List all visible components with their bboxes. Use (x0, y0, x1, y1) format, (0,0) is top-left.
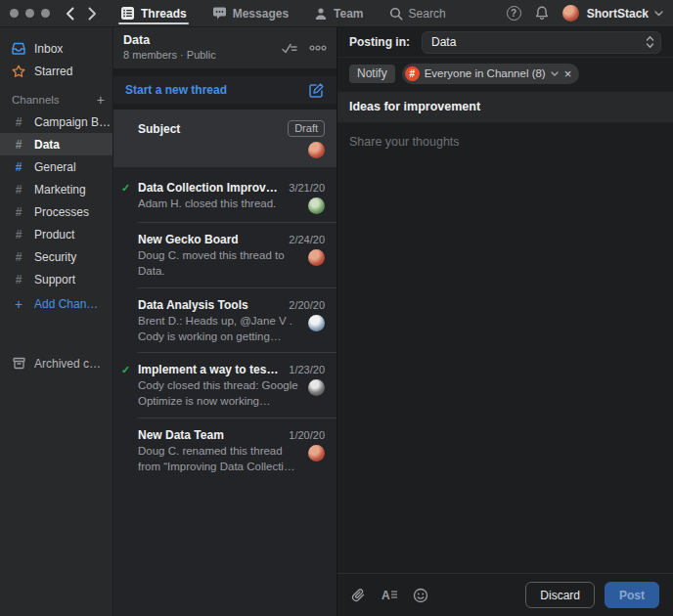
thread-list-panel: Data 8 members · Public Start a new thre… (112, 27, 337, 616)
channel-label: Product (34, 228, 74, 242)
thread-list-item[interactable]: New Gecko Board 2/24/20 Doug C. moved th… (113, 223, 336, 288)
archive-icon (12, 357, 25, 370)
subject-field-row (337, 91, 673, 123)
thread-preview: Adam H. closed this thread. (138, 197, 300, 214)
thread-preview: Doug C. renamed this thread from “Improv… (138, 444, 300, 475)
inbox-icon (12, 42, 25, 55)
window-controls (10, 0, 50, 26)
tab-messages[interactable]: Messages (202, 0, 298, 26)
divider (113, 68, 336, 76)
traffic-light-minimize[interactable] (25, 9, 34, 18)
channel-hash-icon: # (405, 66, 420, 81)
thread-date: 1/20/20 (289, 429, 325, 441)
format-letter: A (381, 589, 390, 602)
channel-label: Marketing (34, 183, 86, 197)
sidebar-channel-general[interactable]: # General (0, 155, 112, 178)
sidebar-add-channel[interactable]: + Add Chan… (0, 292, 112, 315)
emoji-icon[interactable] (413, 588, 428, 603)
forward-icon[interactable] (88, 7, 97, 21)
avatar (308, 142, 325, 158)
thread-preview: Doug C. moved this thread to Data. (138, 248, 300, 280)
sidebar: Inbox Starred Channels + # Campaign B… #… (0, 27, 112, 616)
sidebar-archived-channels[interactable]: Archived c… (0, 352, 112, 374)
notify-recipients-pill[interactable]: # Everyone in Channel (8) × (402, 64, 580, 84)
pill-chevron-down-icon[interactable] (551, 71, 559, 76)
sidebar-item-inbox[interactable]: Inbox (0, 37, 112, 60)
channel-label: Security (34, 250, 76, 264)
notify-pill-label: Everyone in Channel (8) (425, 67, 546, 79)
posting-in-label: Posting in: (349, 35, 410, 49)
sidebar-channel-support[interactable]: # Support (0, 268, 112, 290)
sidebar-item-starred[interactable]: Starred (0, 60, 112, 82)
hash-icon: # (12, 228, 25, 242)
thread-date: 3/21/20 (289, 182, 325, 194)
compose-icon (308, 82, 325, 99)
hash-icon: # (12, 250, 25, 264)
hash-icon: # (12, 138, 25, 152)
start-new-thread-button[interactable]: Start a new thread (113, 76, 336, 104)
tab-team[interactable]: Team (304, 0, 373, 26)
sidebar-channel-security[interactable]: # Security (0, 245, 112, 268)
channels-header-label: Channels (12, 94, 60, 106)
subject-input[interactable] (337, 92, 673, 122)
thread-title: Data Analysis Tools (138, 298, 280, 312)
hash-icon: # (12, 115, 25, 129)
channels-section-header: Channels + (0, 88, 112, 110)
notify-row: Notify # Everyone in Channel (8) × (337, 60, 673, 87)
back-icon[interactable] (66, 7, 74, 21)
channel-label: Support (34, 273, 75, 286)
traffic-light-close[interactable] (10, 9, 19, 18)
posting-in-row: Posting in: Data (337, 27, 673, 58)
tab-threads[interactable]: Threads (111, 0, 197, 26)
thread-list-item[interactable]: ✓ Implement a way to test sales site… 1/… (113, 353, 336, 418)
add-channel-label: Add Chan… (34, 297, 98, 311)
search-icon (389, 7, 403, 21)
hash-icon: # (12, 160, 25, 174)
thread-closed-check-icon: ✓ (121, 182, 133, 195)
text-format-icon[interactable]: A (381, 589, 397, 602)
filter-threads-icon[interactable] (282, 42, 297, 55)
tab-search[interactable]: Search (380, 0, 456, 26)
messages-icon (212, 6, 227, 21)
tab-messages-label: Messages (233, 7, 289, 21)
more-options-icon[interactable] (309, 44, 327, 52)
traffic-light-zoom[interactable] (41, 9, 50, 18)
sidebar-channel-product[interactable]: # Product (0, 223, 112, 245)
thread-body-input[interactable] (337, 127, 673, 156)
thread-body-area (337, 123, 673, 573)
avatar (308, 445, 325, 462)
draft-title: Subject (138, 122, 180, 136)
discard-button[interactable]: Discard (525, 582, 595, 608)
user-menu-chevron-down-icon[interactable] (654, 11, 663, 17)
channel-meta: 8 members · Public (123, 49, 216, 63)
sidebar-channel-processes[interactable]: # Processes (0, 200, 112, 223)
pill-remove-icon[interactable]: × (564, 67, 572, 80)
hash-icon: # (12, 205, 25, 219)
avatar (308, 315, 325, 331)
sidebar-channel-campaign[interactable]: # Campaign B… (0, 110, 112, 133)
post-button[interactable]: Post (605, 582, 659, 608)
attachment-paperclip-icon[interactable] (351, 588, 366, 603)
thread-list-item[interactable]: ✓ Data Collection Improvements 3/21/20 A… (113, 171, 336, 223)
draft-thread-item[interactable]: Subject Draft (113, 110, 336, 167)
thread-list-item[interactable]: New Data Team 1/20/20 Doug C. renamed th… (113, 418, 336, 484)
channel-select-value: Data (431, 35, 456, 49)
hash-icon: # (12, 273, 25, 286)
help-icon[interactable]: ? (507, 6, 521, 21)
thread-list-item[interactable]: Data Analysis Tools 2/20/20 Brent D.: He… (113, 288, 336, 354)
archived-label: Archived c… (34, 357, 101, 371)
draft-badge: Draft (288, 120, 325, 137)
plus-icon: + (12, 296, 25, 312)
channel-select[interactable]: Data (422, 31, 661, 54)
thread-title: Implement a way to test sales site… (138, 363, 280, 376)
thread-list: ✓ Data Collection Improvements 3/21/20 A… (113, 171, 336, 616)
user-name: ShortStack (587, 7, 649, 21)
start-new-thread-label: Start a new thread (125, 83, 227, 97)
notifications-bell-icon[interactable] (535, 6, 549, 21)
sidebar-channel-data[interactable]: # Data (0, 133, 112, 155)
user-avatar[interactable] (562, 5, 579, 22)
add-channel-plus-icon[interactable]: + (97, 93, 105, 107)
sidebar-channel-marketing[interactable]: # Marketing (0, 178, 112, 200)
avatar (308, 249, 325, 266)
channel-label: Campaign B… (34, 115, 111, 129)
